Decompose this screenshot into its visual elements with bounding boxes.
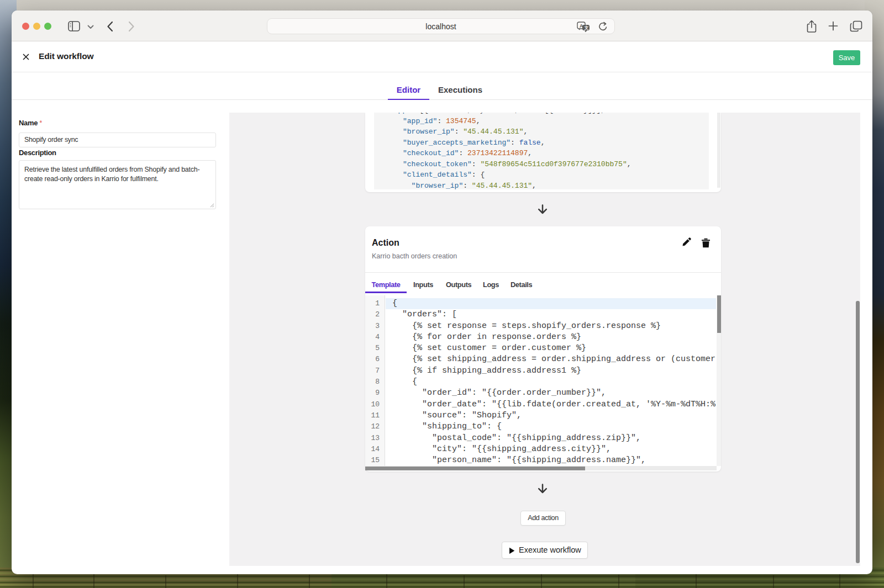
svg-text:文: 文 [584,25,589,30]
